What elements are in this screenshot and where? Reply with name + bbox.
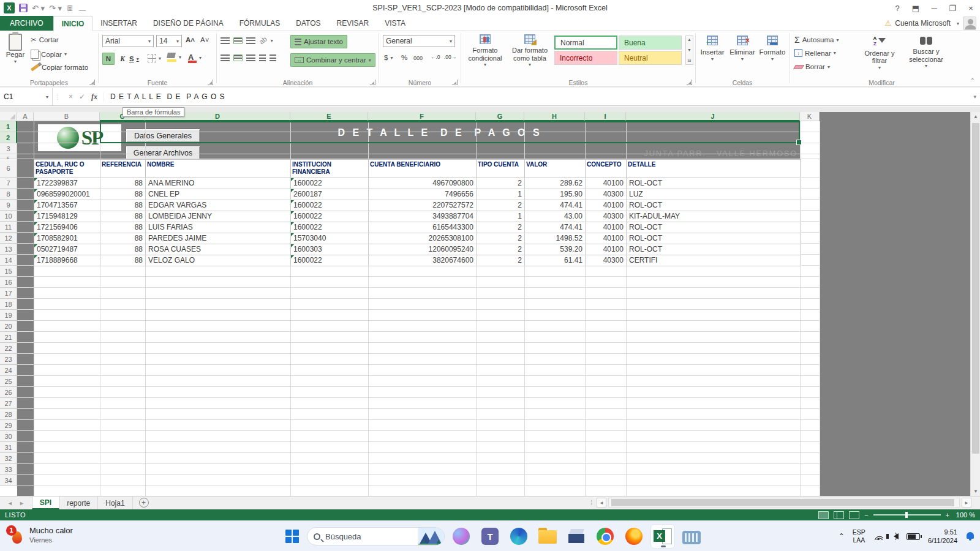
teams-app[interactable]: T <box>478 524 502 549</box>
cell[interactable]: ROL-OCT <box>627 200 801 211</box>
paste-button[interactable]: Pegar▾ <box>2 34 28 64</box>
table-header-4[interactable]: INSTITUCION FINANCIERA <box>291 160 369 178</box>
font-color-button[interactable]: A▾ <box>188 53 202 63</box>
orientation-icon[interactable]: ab <box>258 35 268 45</box>
table-header-9[interactable]: DETALLE <box>627 160 801 178</box>
print-preview-icon[interactable]: 🗏 <box>66 4 74 12</box>
row-header-11[interactable]: 11 <box>0 222 17 233</box>
notifications-bell-icon[interactable] <box>965 531 975 541</box>
decrease-decimal-button[interactable]: .00→ <box>444 54 456 60</box>
row-header-10[interactable]: 10 <box>0 211 17 222</box>
redo-icon[interactable]: ↷ ▾ <box>49 4 62 12</box>
cell[interactable]: 3820674600 <box>369 255 477 266</box>
horizontal-scrollbar[interactable]: ⁞ ◄ ► <box>590 496 980 509</box>
cell[interactable]: 15703040 <box>291 233 369 244</box>
language-indicator[interactable]: ESP LAA <box>853 528 865 544</box>
formula-bar-expand-icon[interactable]: ▾ <box>973 94 976 100</box>
cell[interactable]: 2 <box>477 255 525 266</box>
cell[interactable]: KIT-ADUL-MAY <box>627 211 801 222</box>
cell[interactable]: 20265308100 <box>369 233 477 244</box>
table-header-8[interactable]: CONCEPTO <box>586 160 627 178</box>
zoom-slider[interactable] <box>873 514 941 515</box>
italic-button[interactable]: K <box>117 53 128 65</box>
cell[interactable]: 2 <box>477 244 525 255</box>
cell[interactable]: 12060095240 <box>369 244 477 255</box>
start-button[interactable] <box>282 526 303 547</box>
font-size-combo[interactable]: 14▾ <box>156 35 182 47</box>
row-header-27[interactable]: 27 <box>0 398 17 409</box>
virtualbox-app[interactable] <box>564 524 589 549</box>
cell[interactable]: ROL-OCT <box>627 222 801 233</box>
cut-button[interactable]: ✂Cortar <box>31 36 59 44</box>
cell[interactable]: 1 <box>477 189 525 200</box>
cell[interactable]: 1600022 <box>291 178 369 189</box>
row-header-17[interactable]: 17 <box>0 288 17 299</box>
weather-widget[interactable]: 1 Mucho calor Viernes <box>6 525 73 545</box>
cell[interactable]: 7496656 <box>369 189 477 200</box>
ribbon-tab-revisar[interactable]: REVISAR <box>329 16 377 31</box>
percent-button[interactable]: % <box>401 54 407 61</box>
cell[interactable]: 1718889668 <box>34 255 100 266</box>
cell-style-normal[interactable]: Normal <box>554 36 617 50</box>
zoom-slider-thumb[interactable] <box>905 512 908 518</box>
row-header-19[interactable]: 19 <box>0 310 17 321</box>
autosum-button[interactable]: ΣAutosuma▾ <box>794 35 839 45</box>
format-painter-button[interactable]: Copiar formato <box>31 64 88 71</box>
sheet-nav-left-icon[interactable]: ◄ <box>7 500 13 506</box>
column-header-F[interactable]: F <box>368 112 476 121</box>
sheet-nav-right-icon[interactable]: ► <box>19 500 24 506</box>
chrome-app[interactable] <box>593 524 617 549</box>
cell-style-neutral[interactable]: Neutral <box>619 51 682 65</box>
cell[interactable]: LUIS FARIAS <box>146 222 291 233</box>
hscroll-right-icon[interactable]: ► <box>962 498 971 508</box>
cell[interactable]: 289.62 <box>525 178 586 189</box>
undo-icon[interactable]: ↶ ▾ <box>32 4 45 12</box>
table-header-2[interactable]: REFERENCIA <box>100 160 146 178</box>
cell[interactable]: 2 <box>477 178 525 189</box>
firefox-app[interactable] <box>622 524 646 549</box>
row-header-8[interactable]: 8 <box>0 189 17 200</box>
align-right-icon[interactable] <box>246 54 255 61</box>
column-header-E[interactable]: E <box>290 112 368 121</box>
insert-cells-button[interactable]: ← Insertar▾ <box>698 36 726 62</box>
cell[interactable]: 2 <box>477 233 525 244</box>
row-header-18[interactable]: 18 <box>0 299 17 310</box>
scroll-up-icon[interactable]: ▲ <box>971 112 980 121</box>
row-header-26[interactable]: 26 <box>0 387 17 398</box>
cell[interactable]: ROSA CUASES <box>146 244 291 255</box>
align-bottom-icon[interactable] <box>246 37 255 44</box>
sheet-tab-hoja1[interactable]: Hoja1 <box>98 497 132 509</box>
clipboard-dialog-launcher[interactable] <box>89 80 95 85</box>
sheet-tab-reporte[interactable]: reporte <box>59 497 98 509</box>
styles-gallery-scroll[interactable]: ▲▼⊟ <box>685 36 693 65</box>
table-header-3[interactable]: NOMBRE <box>146 160 291 178</box>
number-format-combo[interactable]: General▾ <box>383 35 455 47</box>
cell[interactable]: 1715948129 <box>34 211 100 222</box>
row-header-30[interactable]: 30 <box>0 431 17 442</box>
worksheet-grid[interactable]: SP Datos Generales Generar Archivos D E … <box>0 112 980 496</box>
cell[interactable]: 88 <box>100 255 146 266</box>
cell[interactable]: 539.20 <box>525 244 586 255</box>
align-center-icon[interactable] <box>233 54 243 61</box>
shrink-font-button[interactable]: A˅ <box>200 36 209 43</box>
ribbon-tab-fórmulas[interactable]: FÓRMULAS <box>232 16 288 31</box>
row-header-3[interactable]: 3 <box>0 143 17 154</box>
close-button[interactable]: × <box>962 0 980 16</box>
cell[interactable]: 0502719487 <box>34 244 100 255</box>
cell[interactable]: 2 <box>477 222 525 233</box>
cell[interactable]: 88 <box>100 178 146 189</box>
normal-view-icon[interactable] <box>818 511 829 519</box>
row-header-34[interactable]: 34 <box>0 475 17 486</box>
column-header-J[interactable]: J <box>626 112 800 121</box>
currency-button[interactable]: $▾ <box>384 54 393 61</box>
vertical-scrollbar[interactable]: ▲ ▼ <box>970 112 980 496</box>
number-dialog-launcher[interactable] <box>452 80 458 85</box>
scroll-down-icon[interactable]: ▼ <box>971 487 980 496</box>
name-box[interactable]: C1▾ <box>0 88 53 105</box>
fill-color-button[interactable]: ▾ <box>167 53 181 62</box>
cell[interactable]: 1722399837 <box>34 178 100 189</box>
copilot-app[interactable] <box>449 524 473 549</box>
row-header-16[interactable]: 16 <box>0 277 17 288</box>
clear-button[interactable]: Borrar▾ <box>794 63 830 70</box>
column-header-H[interactable]: H <box>524 112 585 121</box>
